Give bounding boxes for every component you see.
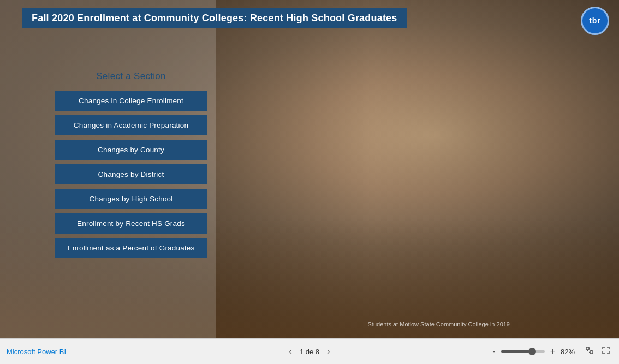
zoom-controls: - + 82% (490, 345, 612, 358)
page-indicator: 1 de 8 (300, 348, 319, 356)
title-bar: Fall 2020 Enrollment at Community Colleg… (22, 8, 407, 28)
btn-changes-by-county[interactable]: Changes by County (55, 140, 207, 160)
powerbi-link[interactable]: Microsoft Power BI (7, 348, 66, 356)
bottom-toolbar: Microsoft Power BI ‹ 1 de 8 › - + 82% (0, 338, 619, 364)
btn-enrollment-percent-graduates[interactable]: Enrollment as a Percent of Graduates (55, 238, 207, 258)
zoom-slider-fill (501, 350, 529, 353)
pagination-controls: ‹ 1 de 8 › (286, 345, 334, 357)
fit-to-page-button[interactable] (583, 345, 596, 358)
btn-changes-by-high-school[interactable]: Changes by High School (55, 189, 207, 209)
btn-enrollment-recent-hs-grads[interactable]: Enrollment by Recent HS Grads (55, 213, 207, 234)
expand-icon (602, 346, 610, 355)
tbr-logo: tbr (581, 7, 609, 35)
tbr-label: tbr (589, 16, 601, 25)
svg-rect-0 (586, 347, 589, 350)
prev-page-button[interactable]: ‹ (286, 345, 295, 357)
svg-rect-1 (590, 351, 593, 354)
zoom-level-label: 82% (561, 348, 580, 356)
main-container: Fall 2020 Enrollment at Community Colleg… (0, 0, 619, 364)
btn-changes-academic-preparation[interactable]: Changes in Academic Preparation (55, 115, 207, 135)
zoom-plus-button[interactable]: + (548, 345, 557, 357)
slide-title: Fall 2020 Enrollment at Community Colleg… (32, 13, 397, 23)
photo-caption: Students at Motlow State Community Colle… (368, 321, 510, 327)
menu-panel: Select a Section Changes in College Enro… (55, 71, 207, 262)
slide-area: Fall 2020 Enrollment at Community Colleg… (0, 0, 619, 338)
zoom-minus-button[interactable]: - (490, 345, 497, 357)
btn-changes-by-district[interactable]: Changes by District (55, 164, 207, 184)
next-page-button[interactable]: › (324, 345, 333, 357)
fit-icon (585, 346, 594, 355)
zoom-slider-track[interactable] (501, 350, 545, 353)
zoom-slider-thumb[interactable] (528, 348, 536, 355)
section-heading: Select a Section (55, 71, 207, 82)
btn-changes-college-enrollment[interactable]: Changes in College Enrollment (55, 91, 207, 111)
fullscreen-button[interactable] (599, 345, 612, 358)
